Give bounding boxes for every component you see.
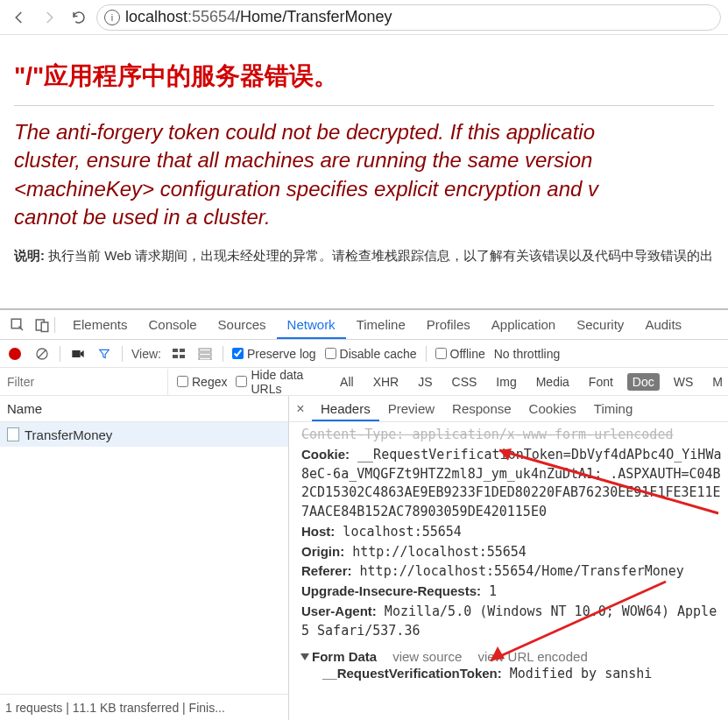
document-icon [7, 427, 19, 441]
detail-tab-cookies[interactable]: Cookies [520, 396, 585, 421]
tab-network[interactable]: Network [277, 310, 346, 339]
detail-tab-preview[interactable]: Preview [379, 396, 443, 421]
view-url-encoded-link[interactable]: view URL encoded [477, 649, 587, 664]
close-detail-button[interactable]: × [289, 396, 312, 422]
tab-sources[interactable]: Sources [208, 310, 277, 339]
disable-cache-checkbox[interactable]: Disable cache [325, 347, 417, 361]
section-form-data[interactable]: Form Data view source view URL encoded [301, 649, 728, 664]
svg-rect-5 [72, 350, 80, 357]
throttling-select[interactable]: No throttling [494, 347, 560, 361]
url-text: localhost:55654/Home/TransferMoney [125, 8, 392, 26]
filter-input[interactable] [0, 369, 168, 395]
column-header-name[interactable]: Name [0, 396, 288, 422]
request-item[interactable]: TransferMoney [0, 422, 288, 447]
type-img[interactable]: Img [491, 373, 521, 391]
regex-checkbox[interactable]: Regex [177, 375, 227, 389]
tab-elements[interactable]: Elements [62, 310, 138, 339]
tab-application[interactable]: Application [481, 310, 566, 339]
error-title: "/"应用程序中的服务器错误。 [14, 60, 714, 93]
filter-icon[interactable] [95, 345, 113, 363]
back-button[interactable] [7, 5, 32, 30]
type-font[interactable]: Font [583, 373, 618, 391]
devtools-panel: Elements Console Sources Network Timelin… [0, 308, 728, 720]
offline-checkbox[interactable]: Offline [435, 347, 485, 361]
view-source-link[interactable]: view source [392, 649, 462, 664]
forward-button [37, 5, 61, 30]
error-description: 说明: 执行当前 Web 请求期间，出现未经处理的异常。请检查堆栈跟踪信息，以了… [14, 248, 714, 265]
type-ws[interactable]: WS [668, 373, 699, 391]
headers-body: Content-Type: application/x-www-form-url… [289, 422, 728, 720]
divider [14, 105, 714, 106]
tab-timeline[interactable]: Timeline [346, 310, 416, 339]
type-doc[interactable]: Doc [627, 373, 660, 391]
address-bar[interactable]: i localhost:55654/Home/TransferMoney [96, 4, 721, 31]
detail-tab-response[interactable]: Response [443, 396, 520, 421]
hide-data-urls-checkbox[interactable]: Hide data URLs [236, 368, 326, 396]
tab-security[interactable]: Security [566, 310, 634, 339]
svg-line-4 [38, 349, 46, 357]
clear-icon[interactable] [33, 345, 51, 363]
type-js[interactable]: JS [413, 373, 437, 391]
preserve-log-checkbox[interactable]: Preserve log [232, 347, 316, 361]
tab-console[interactable]: Console [138, 310, 208, 339]
view-label: View: [131, 347, 161, 361]
type-all[interactable]: All [335, 373, 359, 391]
svg-rect-7 [180, 349, 185, 352]
svg-rect-8 [173, 355, 178, 358]
type-m[interactable]: M [707, 373, 728, 391]
view-small-icon[interactable] [196, 345, 214, 363]
device-toggle-icon[interactable] [30, 313, 54, 337]
svg-rect-11 [199, 353, 211, 356]
camera-icon[interactable] [69, 345, 87, 363]
type-xhr[interactable]: XHR [368, 373, 405, 391]
svg-rect-10 [199, 349, 211, 351]
detail-tab-timing[interactable]: Timing [585, 396, 641, 421]
type-media[interactable]: Media [531, 373, 575, 391]
site-info-icon[interactable]: i [104, 10, 120, 25]
tab-audits[interactable]: Audits [634, 310, 692, 339]
svg-rect-9 [180, 355, 185, 358]
error-message: The anti-forgery token could not be decr… [14, 118, 714, 232]
record-button[interactable] [9, 348, 21, 360]
reload-button[interactable] [67, 5, 91, 30]
svg-rect-6 [173, 349, 178, 352]
hdr-content-type: Content-Type: application/x-www-form-url… [301, 426, 728, 445]
svg-rect-12 [199, 357, 211, 360]
detail-tab-headers[interactable]: Headers [312, 396, 379, 421]
inspect-icon[interactable] [5, 313, 30, 337]
request-list: Name TransferMoney 1 requests | 11.1 KB … [0, 396, 289, 720]
type-css[interactable]: CSS [447, 373, 483, 391]
request-item-label: TransferMoney [25, 427, 112, 442]
tab-profiles[interactable]: Profiles [416, 310, 481, 339]
svg-rect-2 [41, 322, 48, 332]
view-large-icon[interactable] [170, 345, 187, 363]
network-footer: 1 requests | 11.1 KB transferred | Finis… [0, 694, 288, 720]
